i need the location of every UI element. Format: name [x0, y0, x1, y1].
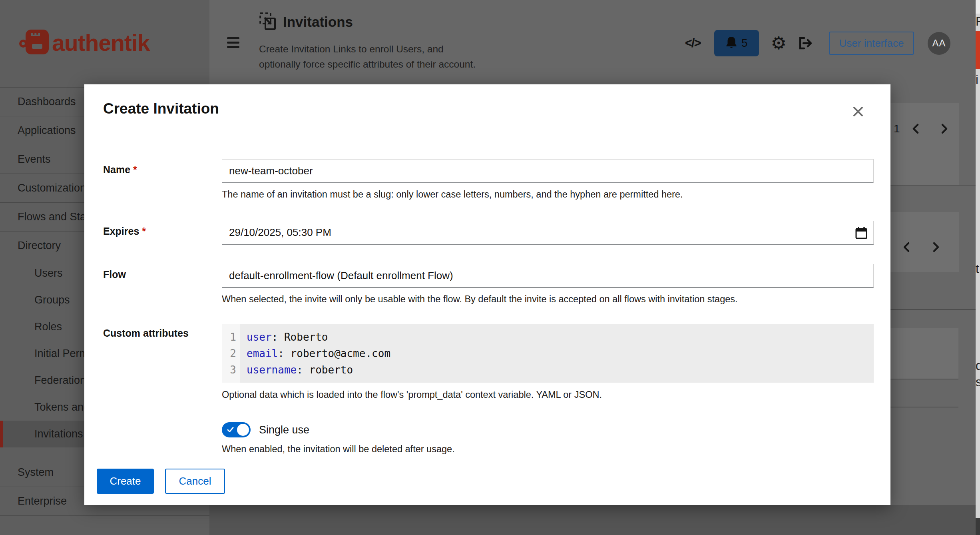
single-use-help-text: When enabled, the invitation will be del…	[222, 444, 455, 455]
edge-text-fragment: F	[976, 14, 980, 29]
toggle-knob	[237, 424, 249, 436]
window-edge-strip: F i t d s	[976, 0, 980, 535]
top-bar: Invitations Create Invitation Links to e…	[209, 0, 976, 86]
code-line: user: Roberto	[247, 329, 390, 345]
user-interface-button[interactable]: User interface	[829, 32, 914, 55]
pagination-bottom	[901, 240, 941, 254]
required-marker: *	[133, 164, 137, 175]
menu-toggle-button[interactable]	[227, 37, 239, 50]
single-use-label: Single use	[259, 424, 309, 436]
background-divider	[890, 309, 976, 310]
notifications-button[interactable]: 5	[714, 30, 759, 56]
custom-attributes-label: Custom attributes	[103, 327, 189, 339]
pagination-next-icon[interactable]	[939, 123, 950, 135]
authentik-logo[interactable]: authentik	[0, 0, 209, 87]
sign-out-icon[interactable]	[798, 36, 813, 50]
edge-text-fragment: t	[976, 262, 980, 276]
edge-text-fragment: i	[976, 73, 980, 87]
background-divider	[890, 185, 976, 186]
flow-help-text: When selected, the invite will only be u…	[222, 294, 738, 305]
code-line: email: roberto@acme.com	[247, 345, 390, 362]
logo-mark-icon	[26, 30, 49, 54]
edge-dark-block	[976, 518, 980, 535]
name-help-text: The name of an invitation must be a slug…	[222, 189, 683, 200]
pagination-top: 1	[894, 120, 950, 138]
edge-text-fragment: s	[976, 375, 980, 389]
pagination-next-icon[interactable]	[931, 241, 941, 253]
settings-gear-icon[interactable]: ⚙	[771, 34, 787, 52]
background-card	[890, 103, 959, 185]
required-marker: *	[142, 226, 146, 237]
cancel-button[interactable]: Cancel	[165, 469, 225, 494]
custom-attributes-help-text: Optional data which is loaded into the f…	[222, 389, 602, 400]
background-divider	[890, 407, 958, 407]
calendar-icon[interactable]	[855, 226, 868, 243]
create-button[interactable]: Create	[97, 469, 154, 494]
pagination-prev-icon[interactable]	[901, 241, 912, 253]
name-input[interactable]: new-team-october	[222, 159, 874, 183]
check-icon	[227, 427, 234, 433]
app-screen: authentik Dashboards Applications Events…	[0, 0, 980, 535]
brand-name: authentik	[52, 30, 149, 56]
modal-title: Create Invitation	[103, 100, 219, 117]
pagination-current-page[interactable]: 1	[894, 122, 900, 135]
api-code-icon[interactable]: </>	[685, 36, 701, 50]
close-icon[interactable]	[850, 104, 866, 120]
custom-attributes-code-editor[interactable]: 1 2 3 user: Roberto email: roberto@acme.…	[222, 324, 874, 383]
page-title: Invitations	[283, 14, 353, 30]
create-invitation-modal: Create Invitation Name* new-team-october…	[84, 84, 890, 505]
pagination-prev-icon[interactable]	[910, 123, 921, 135]
flow-label: Flow	[103, 269, 126, 280]
code-editor-content: user: Roberto email: roberto@acme.com us…	[240, 324, 390, 383]
background-table-area	[209, 505, 976, 535]
edge-red-block	[976, 31, 980, 69]
sidebar-divider	[0, 515, 209, 516]
avatar[interactable]: AA	[928, 32, 950, 55]
bell-icon	[725, 36, 737, 50]
invitation-stamp-icon	[259, 12, 277, 32]
single-use-toggle[interactable]	[222, 422, 251, 437]
expires-datetime-input[interactable]: 29/10/2025, 05:30 PM	[222, 221, 874, 245]
flow-select[interactable]: default-enrollment-flow (Default enrollm…	[222, 264, 874, 288]
page-description: Create Invitation Links to enroll Users,…	[259, 42, 515, 72]
edge-text-fragment: d	[976, 359, 980, 373]
expires-label: Expires*	[103, 226, 146, 237]
code-editor-gutter: 1 2 3	[222, 324, 240, 383]
background-card	[890, 328, 958, 379]
name-label: Name*	[103, 164, 137, 176]
code-line: username: roberto	[247, 362, 390, 378]
notification-count-badge: 5	[741, 37, 748, 50]
background-divider	[890, 379, 958, 379]
